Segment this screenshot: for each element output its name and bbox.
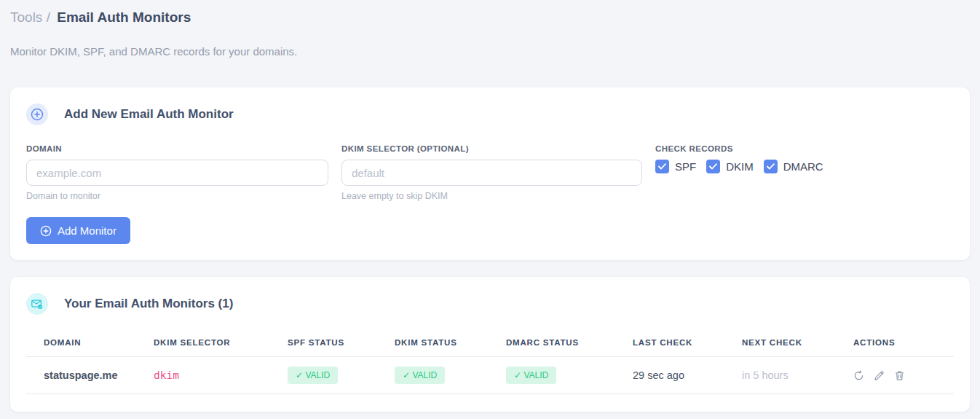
monitor-dkim-selector: dkim (154, 357, 288, 394)
dmarc-checkbox-label: DMARC (783, 160, 823, 173)
monitor-domain: statuspage.me (26, 357, 154, 394)
monitor-last-check: 29 sec ago (633, 357, 742, 394)
dkim-selector-label: DKIM SELECTOR (OPTIONAL) (341, 144, 642, 153)
col-header-spf-status: SPF STATUS (288, 332, 395, 357)
dkim-checkbox[interactable] (706, 160, 720, 173)
spf-status-badge: ✓ VALID (288, 367, 338, 384)
col-header-dkim-selector: DKIM SELECTOR (154, 332, 288, 357)
breadcrumb-separator: / (47, 9, 50, 25)
col-header-last-check: LAST CHECK (633, 332, 742, 357)
dkim-selector-field-group: DKIM SELECTOR (OPTIONAL) Leave empty to … (341, 144, 642, 201)
breadcrumb-section[interactable]: Tools (10, 9, 42, 25)
monitors-card: Your Email Auth Monitors (1) DOMAIN DKIM… (10, 277, 970, 412)
monitors-card-header: Your Email Auth Monitors (1) (26, 293, 954, 315)
page-title: Email Auth Monitors (57, 9, 191, 25)
add-monitor-card-header: Add New Email Auth Monitor (26, 103, 954, 125)
monitor-row: statuspage.me dkim ✓ VALID ✓ VALID ✓ VAL… (26, 357, 954, 394)
refresh-icon (853, 370, 864, 381)
check-records-label: CHECK RECORDS (655, 144, 954, 153)
refresh-button[interactable] (853, 370, 864, 381)
monitor-next-check: in 5 hours (742, 357, 853, 394)
dkim-selector-input[interactable] (341, 160, 642, 186)
col-header-domain: DOMAIN (26, 332, 154, 357)
spf-checkbox[interactable] (655, 160, 669, 173)
dmarc-checkbox-item[interactable]: DMARC (764, 160, 823, 173)
spf-checkbox-item[interactable]: SPF (655, 160, 696, 173)
dmarc-checkbox[interactable] (764, 160, 778, 173)
domain-input[interactable] (26, 160, 328, 186)
dkim-checkbox-item[interactable]: DKIM (706, 160, 754, 173)
monitors-card-title: Your Email Auth Monitors (1) (64, 297, 233, 311)
dkim-selector-helper: Leave empty to skip DKIM (341, 191, 642, 201)
add-monitor-button-label: Add Monitor (58, 224, 116, 237)
plus-circle-icon (26, 103, 48, 125)
edit-button[interactable] (874, 370, 885, 381)
plus-circle-icon (40, 225, 52, 237)
email-check-icon (26, 293, 48, 315)
table-header-row: DOMAIN DKIM SELECTOR SPF STATUS DKIM STA… (26, 332, 954, 357)
dmarc-status-badge: ✓ VALID (506, 367, 556, 384)
col-header-dmarc-status: DMARC STATUS (506, 332, 633, 357)
add-monitor-form: DOMAIN Domain to monitor DKIM SELECTOR (… (26, 144, 954, 201)
check-records-row: SPF DKIM DMARC (655, 160, 954, 173)
add-monitor-card: Add New Email Auth Monitor DOMAIN Domain… (10, 87, 970, 260)
email-auth-monitors-page: Tools / Email Auth Monitors Monitor DKIM… (0, 0, 980, 419)
col-header-dkim-status: DKIM STATUS (395, 332, 506, 357)
dkim-status-badge: ✓ VALID (395, 367, 445, 384)
monitor-actions (853, 370, 947, 381)
trash-icon (894, 370, 905, 381)
delete-button[interactable] (894, 370, 905, 381)
breadcrumb: Tools / Email Auth Monitors (10, 9, 970, 26)
check-records-group: CHECK RECORDS SPF DKIM (655, 144, 954, 201)
add-monitor-card-title: Add New Email Auth Monitor (64, 107, 234, 122)
col-header-actions: ACTIONS (853, 332, 954, 357)
domain-field-group: DOMAIN Domain to monitor (26, 144, 328, 201)
spf-checkbox-label: SPF (675, 160, 696, 173)
page-subtitle: Monitor DKIM, SPF, and DMARC records for… (10, 45, 970, 58)
pencil-icon (874, 370, 885, 381)
dkim-checkbox-label: DKIM (726, 160, 754, 173)
col-header-next-check: NEXT CHECK (742, 332, 853, 357)
add-monitor-button[interactable]: Add Monitor (26, 217, 130, 244)
domain-label: DOMAIN (26, 144, 328, 153)
domain-helper: Domain to monitor (26, 191, 328, 201)
monitors-table: DOMAIN DKIM SELECTOR SPF STATUS DKIM STA… (26, 332, 954, 394)
